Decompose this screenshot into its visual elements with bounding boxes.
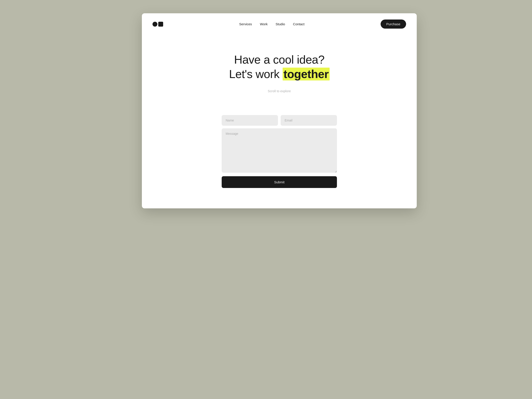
purchase-button[interactable]: Purchase <box>381 19 406 29</box>
message-textarea[interactable] <box>222 128 337 173</box>
browser-window: Services Work Studio Contact Purchase Ha… <box>142 13 417 208</box>
scroll-hint: Scroll to explore <box>268 89 291 93</box>
form-section: Submit <box>142 106 417 206</box>
nav-item-studio[interactable]: Studio <box>276 22 285 26</box>
logo-shape-right <box>158 22 163 27</box>
nav-links: Services Work Studio Contact <box>239 22 304 26</box>
logo-shape-left <box>152 22 157 27</box>
contact-form: Submit <box>222 115 337 188</box>
hero-title-line1: Have a cool idea? <box>234 52 324 67</box>
name-input[interactable] <box>222 115 278 126</box>
nav-link-contact[interactable]: Contact <box>293 22 304 26</box>
logo[interactable] <box>152 22 163 27</box>
hero-title-bold: together <box>283 68 330 81</box>
nav-item-services[interactable]: Services <box>239 22 252 26</box>
nav-link-services[interactable]: Services <box>239 22 252 26</box>
nav-item-contact[interactable]: Contact <box>293 22 304 26</box>
hero-title-line2: Let's work together <box>229 67 329 81</box>
nav-link-studio[interactable]: Studio <box>276 22 285 26</box>
navbar: Services Work Studio Contact Purchase <box>142 13 417 35</box>
nav-item-work[interactable]: Work <box>260 22 268 26</box>
submit-button[interactable]: Submit <box>222 176 337 188</box>
nav-link-work[interactable]: Work <box>260 22 268 26</box>
email-input[interactable] <box>281 115 337 126</box>
hero-line2-prefix: Let's work <box>229 68 282 81</box>
hero-section: Have a cool idea? Let's work together Sc… <box>142 35 417 106</box>
form-row-top <box>222 115 337 126</box>
